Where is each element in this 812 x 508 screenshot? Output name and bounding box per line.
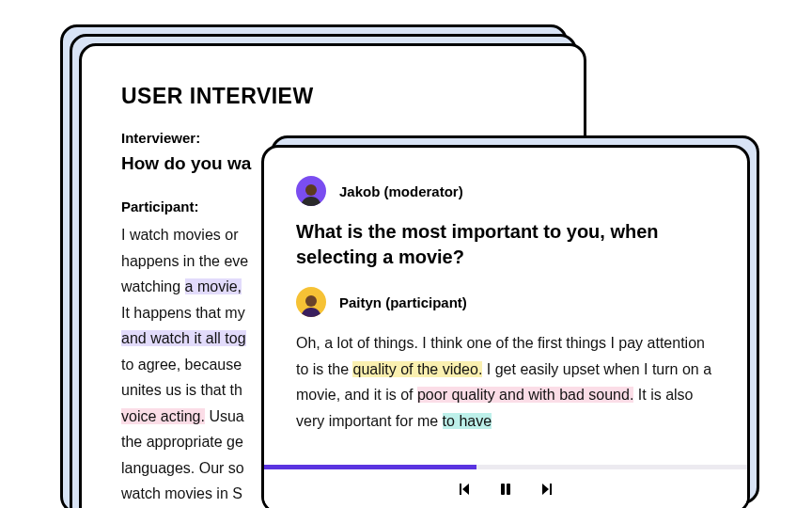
body-line: watching xyxy=(121,278,185,294)
avatar-participant xyxy=(296,287,326,317)
body-line: happens in the eve xyxy=(121,253,248,269)
avatar-moderator xyxy=(296,176,326,206)
pause-icon xyxy=(498,482,513,497)
svg-rect-0 xyxy=(501,484,505,495)
body-line: watch movies in S xyxy=(121,485,242,501)
player-response: Oh, a lot of things. I think one of the … xyxy=(296,330,715,434)
highlight-pink: voice acting. xyxy=(121,408,205,424)
pause-button[interactable] xyxy=(495,479,516,500)
playback-controls xyxy=(264,469,747,508)
player-question: What is the most important to you, when … xyxy=(296,219,715,270)
highlight-pink: poor quality and with bad sound. xyxy=(417,387,633,403)
highlight-lavender: and watch it all tog xyxy=(121,330,246,346)
highlight-cyan: to have xyxy=(443,413,492,429)
body-line: I watch movies or xyxy=(121,227,238,243)
body-line: Usua xyxy=(205,408,244,424)
document-title: USER INTERVIEW xyxy=(121,84,544,109)
skip-next-icon xyxy=(539,482,554,497)
svg-rect-1 xyxy=(507,484,510,495)
player-card: Jakob (moderator) What is the most impor… xyxy=(261,145,750,508)
moderator-name: Jakob (moderator) xyxy=(339,183,463,199)
skip-previous-icon xyxy=(457,482,472,497)
player-controls-region xyxy=(264,465,747,508)
body-line: unites us is that th xyxy=(121,382,242,398)
highlight-lavender: a movie, xyxy=(185,278,242,294)
highlight-yellow: quality of the video. xyxy=(352,361,482,377)
body-line: to agree, because xyxy=(121,357,242,373)
participant-name: Paityn (participant) xyxy=(339,294,467,310)
speaker-row-participant: Paityn (participant) xyxy=(296,287,715,317)
body-line: the appropriate ge xyxy=(121,434,243,450)
next-button[interactable] xyxy=(537,479,557,500)
body-line: It happens that my xyxy=(121,305,245,321)
body-line: languages. Our so xyxy=(121,460,244,476)
speaker-row-moderator: Jakob (moderator) xyxy=(296,176,715,206)
previous-button[interactable] xyxy=(454,479,475,500)
